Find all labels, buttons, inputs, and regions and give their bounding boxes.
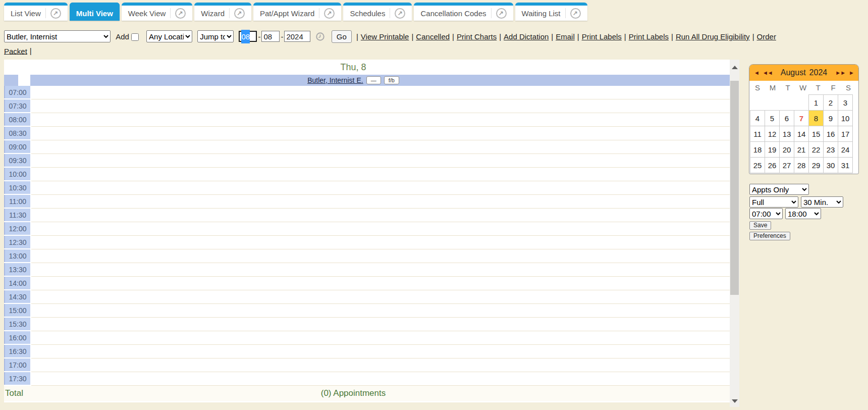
tab-cancellation-codes[interactable]: Cancellation Codes bbox=[414, 3, 513, 21]
start-time-select[interactable]: 07:00 bbox=[749, 208, 783, 219]
tab-list-view[interactable]: List View bbox=[4, 3, 68, 21]
schedule-slot[interactable] bbox=[31, 140, 730, 154]
schedule-slot[interactable] bbox=[31, 345, 730, 358]
calendar-day[interactable]: 2 bbox=[823, 94, 838, 111]
open-in-new-icon[interactable] bbox=[570, 8, 581, 19]
calendar-day[interactable]: 31 bbox=[838, 157, 853, 173]
schedule-slot[interactable] bbox=[31, 331, 730, 345]
tab-schedules[interactable]: Schedules bbox=[343, 3, 412, 21]
schedule-slot[interactable] bbox=[31, 249, 730, 263]
calendar-day[interactable]: 8 bbox=[808, 110, 824, 126]
prev-month-icon[interactable]: ◄◄ bbox=[763, 70, 773, 76]
toolbar-link[interactable]: Email bbox=[556, 32, 575, 41]
calendar-day[interactable]: 4 bbox=[750, 110, 765, 126]
schedule-slot[interactable] bbox=[31, 168, 730, 181]
calendar-day[interactable]: 23 bbox=[823, 141, 838, 158]
calendar-day[interactable]: 5 bbox=[765, 110, 780, 126]
calendar-day[interactable]: 9 bbox=[823, 110, 838, 126]
schedule-slot[interactable] bbox=[31, 113, 730, 127]
next-month-icon[interactable]: ►► bbox=[835, 70, 845, 76]
calendar-day[interactable]: 11 bbox=[750, 126, 765, 142]
interval-select[interactable]: 30 Min. bbox=[801, 196, 843, 208]
add-checkbox[interactable] bbox=[131, 33, 139, 41]
calendar-day[interactable]: 19 bbox=[765, 141, 780, 158]
tab-week-view[interactable]: Week View bbox=[122, 3, 192, 21]
open-in-new-icon[interactable] bbox=[324, 8, 335, 19]
schedule-slot[interactable] bbox=[31, 372, 730, 386]
calendar-day[interactable]: 16 bbox=[823, 126, 838, 142]
schedule-slot[interactable] bbox=[31, 358, 730, 372]
toolbar-link[interactable]: Print Labels bbox=[582, 32, 622, 41]
open-in-new-icon[interactable] bbox=[175, 8, 186, 19]
schedule-slot[interactable] bbox=[31, 263, 730, 277]
provider-select[interactable]: Butler, Internist bbox=[4, 30, 111, 42]
calendar-day[interactable]: 21 bbox=[794, 141, 809, 158]
calendar-day[interactable]: 28 bbox=[794, 157, 809, 173]
date-month-input[interactable]: 08 bbox=[239, 31, 257, 42]
open-in-new-icon[interactable] bbox=[496, 8, 507, 19]
calendar-day[interactable]: 7 bbox=[794, 110, 809, 126]
next-year-icon[interactable]: ► bbox=[849, 70, 854, 76]
end-time-select[interactable]: 18:00 bbox=[785, 208, 821, 219]
calendar-day[interactable]: 13 bbox=[779, 126, 794, 142]
calendar-day[interactable]: 26 bbox=[765, 157, 780, 173]
schedule-scrollbar[interactable] bbox=[730, 60, 739, 407]
calendar-day[interactable]: 6 bbox=[779, 110, 794, 126]
scroll-up-icon[interactable] bbox=[732, 66, 738, 69]
scroll-down-icon[interactable] bbox=[732, 399, 738, 403]
preferences-button[interactable]: Preferences bbox=[749, 232, 790, 240]
calendar-day[interactable]: 10 bbox=[838, 110, 853, 126]
toolbar-link[interactable]: Print Labels bbox=[629, 32, 669, 41]
date-day-input[interactable]: 08 bbox=[261, 31, 280, 42]
calendar-day[interactable]: 24 bbox=[838, 141, 853, 158]
calendar-day[interactable]: 25 bbox=[750, 157, 765, 173]
calendar-day[interactable]: 18 bbox=[750, 141, 765, 158]
prev-year-icon[interactable]: ◄ bbox=[754, 70, 759, 76]
schedule-slot[interactable] bbox=[31, 304, 730, 318]
calendar-day[interactable]: 15 bbox=[808, 126, 824, 142]
schedule-slot[interactable] bbox=[31, 181, 730, 195]
save-button[interactable]: Save bbox=[749, 221, 771, 230]
tab-pat-appt-wizard[interactable]: Pat/Appt Wizard bbox=[253, 3, 341, 21]
toolbar-link[interactable]: Cancelled bbox=[416, 32, 450, 41]
calendar-day[interactable]: 3 bbox=[838, 94, 853, 111]
schedule-slot[interactable] bbox=[31, 195, 730, 209]
open-in-new-icon[interactable] bbox=[50, 8, 61, 19]
location-select[interactable]: Any Location bbox=[146, 30, 192, 42]
toolbar-link[interactable]: Add Dictation bbox=[504, 32, 549, 41]
toolbar-link[interactable]: Print Charts bbox=[457, 32, 497, 41]
schedule-slot[interactable] bbox=[31, 127, 730, 140]
calendar-day[interactable]: 27 bbox=[779, 157, 794, 173]
calendar-day[interactable]: 22 bbox=[808, 141, 824, 158]
collapse-column-button[interactable]: — bbox=[366, 76, 381, 84]
schedule-slot[interactable] bbox=[31, 222, 730, 236]
scrollbar-thumb[interactable] bbox=[730, 81, 739, 295]
schedule-slot[interactable] bbox=[31, 277, 730, 290]
date-year-input[interactable]: 2024 bbox=[284, 31, 310, 42]
calendar-day[interactable]: 30 bbox=[823, 157, 838, 173]
calendar-day[interactable]: 1 bbox=[808, 94, 824, 111]
open-in-new-icon[interactable] bbox=[395, 8, 405, 19]
appts-filter-select[interactable]: Appts Only bbox=[749, 184, 809, 195]
tab-waiting-list[interactable]: Waiting List bbox=[515, 3, 587, 21]
jump-to-select[interactable]: Jump to bbox=[197, 30, 234, 42]
schedule-slot[interactable] bbox=[31, 86, 730, 99]
toolbar-link[interactable]: View Printable bbox=[361, 32, 409, 41]
schedule-slot[interactable] bbox=[31, 318, 730, 331]
schedule-slot[interactable] bbox=[31, 99, 730, 113]
clock-icon[interactable] bbox=[316, 32, 324, 41]
calendar-day[interactable]: 29 bbox=[808, 157, 824, 173]
tab-wizard[interactable]: Wizard bbox=[194, 3, 251, 21]
calendar-day[interactable]: 17 bbox=[838, 126, 853, 142]
schedule-slot[interactable] bbox=[31, 290, 730, 304]
calendar-day[interactable]: 14 bbox=[794, 126, 809, 142]
schedule-slot[interactable] bbox=[31, 209, 730, 222]
toolbar-link[interactable]: Run All Drug Eligibility bbox=[676, 32, 750, 41]
calendar-day[interactable]: 12 bbox=[765, 126, 780, 142]
fb-button[interactable]: f/b bbox=[384, 76, 399, 84]
schedule-slot[interactable] bbox=[31, 154, 730, 168]
calendar-day[interactable]: 20 bbox=[779, 141, 794, 158]
open-in-new-icon[interactable] bbox=[234, 8, 245, 19]
go-button[interactable]: Go bbox=[332, 30, 352, 43]
schedule-slot[interactable] bbox=[31, 236, 730, 249]
